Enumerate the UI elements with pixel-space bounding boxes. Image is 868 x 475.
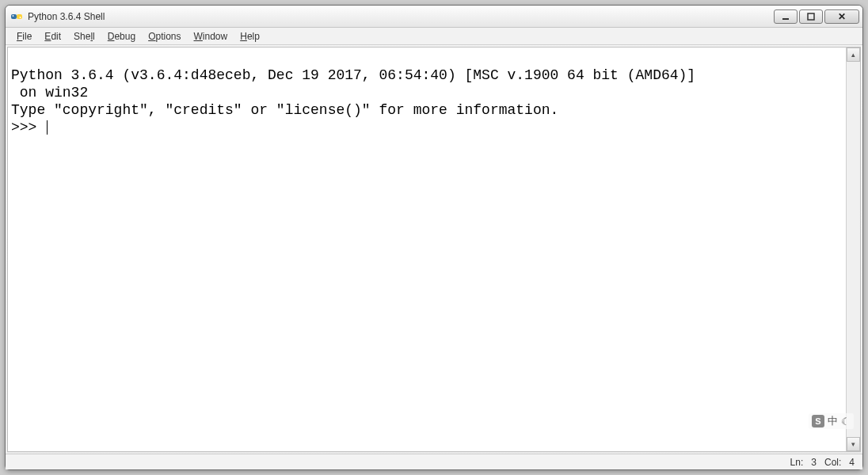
statusbar: Ln: 3 Col: 4 xyxy=(6,454,862,469)
svg-rect-4 xyxy=(782,18,789,20)
titlebar[interactable]: Python 3.6.4 Shell ✕ xyxy=(6,6,862,28)
window-controls: ✕ xyxy=(774,10,859,24)
status-col-label: Col: xyxy=(824,457,841,468)
window-title: Python 3.6.4 Shell xyxy=(28,11,774,22)
maximize-button[interactable] xyxy=(799,10,823,24)
shell-editor[interactable]: Python 3.6.4 (v3.6.4:d48eceb, Dec 19 201… xyxy=(8,48,846,451)
scroll-down-button[interactable]: ▾ xyxy=(847,437,860,451)
menu-shell[interactable]: Shell xyxy=(67,29,101,44)
scroll-up-button[interactable]: ▴ xyxy=(847,48,860,62)
minimize-icon xyxy=(782,13,790,21)
app-window: Python 3.6.4 Shell ✕ File Edit Shell Deb… xyxy=(5,5,863,470)
status-col-value: 4 xyxy=(849,457,855,468)
svg-rect-1 xyxy=(17,14,22,19)
status-line-label: Ln: xyxy=(790,457,804,468)
maximize-icon xyxy=(807,13,815,21)
prompt-symbol: >>> xyxy=(11,119,45,136)
ime-indicator[interactable]: S 中 ☾ xyxy=(809,413,854,429)
scroll-track[interactable] xyxy=(847,62,860,437)
svg-point-3 xyxy=(20,17,21,18)
svg-point-2 xyxy=(13,15,14,17)
svg-rect-0 xyxy=(11,14,17,19)
text-cursor xyxy=(47,120,48,135)
menu-options[interactable]: Options xyxy=(142,29,187,44)
menu-window[interactable]: Window xyxy=(188,29,234,44)
minimize-button[interactable] xyxy=(774,10,798,24)
svg-rect-5 xyxy=(808,13,814,20)
menu-edit[interactable]: Edit xyxy=(38,29,67,44)
banner-line-2: on win32 xyxy=(11,85,88,101)
python-icon xyxy=(10,10,23,23)
menubar: File Edit Shell Debug Options Window Hel… xyxy=(6,28,862,45)
content-area: Python 3.6.4 (v3.6.4:d48eceb, Dec 19 201… xyxy=(7,47,861,452)
moon-icon: ☾ xyxy=(841,416,851,428)
banner-line-1: Python 3.6.4 (v3.6.4:d48eceb, Dec 19 201… xyxy=(11,67,695,83)
menu-debug[interactable]: Debug xyxy=(101,29,142,44)
status-line-value: 3 xyxy=(811,457,817,468)
banner-line-3: Type "copyright", "credits" or "license(… xyxy=(11,102,558,118)
menu-help[interactable]: Help xyxy=(234,29,266,44)
prompt-line: >>> xyxy=(11,119,843,136)
ime-language: 中 xyxy=(828,414,838,428)
close-button[interactable]: ✕ xyxy=(824,10,859,24)
ime-badge-icon: S xyxy=(812,415,824,428)
vertical-scrollbar[interactable]: ▴ ▾ xyxy=(846,48,860,451)
menu-file[interactable]: File xyxy=(10,29,38,44)
close-icon: ✕ xyxy=(838,11,846,22)
